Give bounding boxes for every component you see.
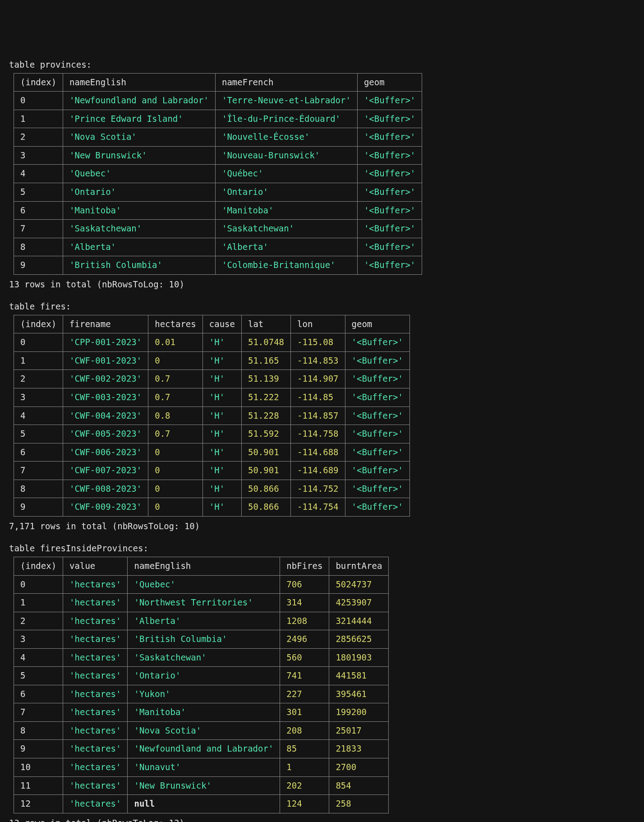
table-cell: -114.853	[291, 351, 345, 370]
cell-value: 'hectares'	[69, 670, 121, 680]
table-section: table firesInsideProvinces:(index)valuen…	[9, 542, 635, 822]
cell-value: 'Newfoundland and Labrador'	[69, 95, 209, 105]
cell-value: '<Buffer>'	[364, 95, 415, 105]
table-cell: 'H'	[202, 498, 241, 517]
table-cell: '<Buffer>'	[357, 238, 422, 256]
table-header-cell: lat	[241, 315, 290, 333]
cell-value: -114.688	[297, 447, 339, 457]
table-cell: -114.758	[291, 425, 345, 443]
table-cell: 10	[14, 758, 63, 776]
table-header-cell: cause	[202, 315, 241, 333]
cell-value: 'hectares'	[69, 780, 121, 790]
table-cell: 9	[14, 740, 63, 758]
table-cell: 'British Columbia'	[128, 630, 280, 649]
table-cell: 'hectares'	[63, 758, 128, 776]
table-cell: 'hectares'	[63, 667, 128, 685]
cell-value: 0	[20, 579, 25, 589]
cell-value: 'CWF-004-2023'	[69, 411, 142, 420]
table-cell: 'hectares'	[63, 740, 128, 758]
table-cell: '<Buffer>'	[357, 128, 422, 147]
cell-value: 5	[20, 670, 25, 680]
cell-value: '<Buffer>'	[364, 132, 415, 142]
table-cell: '<Buffer>'	[357, 256, 422, 275]
table-header-cell: nbFires	[280, 557, 329, 575]
table-cell: 'H'	[202, 443, 241, 462]
cell-value: 8	[20, 484, 25, 494]
cell-value: 9	[20, 502, 25, 512]
cell-value: '<Buffer>'	[352, 429, 403, 439]
cell-value: 'H'	[209, 447, 225, 457]
table-row: 3'hectares''British Columbia'24962856625	[14, 630, 389, 649]
cell-value: 'hectares'	[69, 725, 121, 735]
cell-value: 50.866	[248, 484, 279, 494]
cell-value: 50.901	[248, 447, 279, 457]
table-cell: 'CWF-004-2023'	[63, 406, 148, 425]
table-cell: 'H'	[202, 406, 241, 425]
cell-value: 2	[20, 374, 25, 383]
table-cell: '<Buffer>'	[345, 370, 409, 388]
cell-value: 5024737	[336, 579, 372, 589]
cell-value: 395461	[336, 689, 367, 699]
table-cell: 'hectares'	[63, 648, 128, 667]
table-cell: '<Buffer>'	[345, 498, 409, 517]
table-cell: 0	[14, 575, 63, 594]
table-cell: 'Prince Edward Island'	[63, 110, 216, 128]
cell-value: 706	[286, 579, 302, 589]
cell-value: 0	[155, 465, 160, 475]
table-row: 4'CWF-004-2023'0.8'H'51.228-114.857'<Buf…	[14, 406, 410, 425]
table-row: 11'hectares''New Brunswick'202854	[14, 776, 389, 795]
cell-value: 'Saskatchewan'	[69, 223, 142, 233]
table-cell: 706	[280, 575, 329, 594]
table-cell: 'H'	[202, 425, 241, 443]
table-cell: 'Alberta'	[63, 238, 216, 256]
table-cell: -114.857	[291, 406, 345, 425]
table-title: table provinces:	[9, 59, 635, 71]
cell-value: 'H'	[209, 392, 225, 402]
table-row: 0'hectares''Quebec'7065024737	[14, 575, 389, 594]
table-cell: 'CWF-007-2023'	[63, 462, 148, 480]
table-cell: 'Nouvelle-Écosse'	[215, 128, 357, 147]
table-cell: 'hectares'	[63, 575, 128, 594]
cell-value: 'CWF-009-2023'	[69, 502, 142, 512]
table-cell: 202	[280, 776, 329, 795]
cell-value: 208	[286, 725, 302, 735]
table-row: 7'CWF-007-2023'0'H'50.901-114.689'<Buffe…	[14, 462, 410, 480]
table-cell: 4253907	[329, 594, 389, 612]
table-cell: -114.689	[291, 462, 345, 480]
cell-value: 'hectares'	[69, 689, 121, 699]
table-row: 8'hectares''Nova Scotia'20825017	[14, 721, 389, 740]
cell-value: '<Buffer>'	[352, 502, 403, 512]
table-cell: '<Buffer>'	[357, 110, 422, 128]
table-cell: 5	[14, 667, 63, 685]
cell-value: 21833	[336, 743, 361, 753]
table-cell: 'Quebec'	[128, 575, 280, 594]
table-cell: 0.01	[148, 333, 203, 352]
cell-value: 8	[20, 725, 25, 735]
table-row: 6'Manitoba''Manitoba''<Buffer>'	[14, 201, 422, 220]
cell-value: 'H'	[209, 465, 225, 475]
table-cell: 560	[280, 648, 329, 667]
cell-value: 'Saskatchewan'	[134, 652, 206, 662]
cell-value: -115.08	[297, 337, 333, 347]
cell-value: '<Buffer>'	[364, 114, 415, 124]
table-cell: 'Île-du-Prince-Édouard'	[215, 110, 357, 128]
table-cell: 'hectares'	[63, 721, 128, 740]
cell-value: 'H'	[209, 337, 225, 347]
table-cell: 'Newfoundland and Labrador'	[128, 740, 280, 758]
table-cell: 2	[14, 128, 63, 147]
cell-value: -114.907	[297, 374, 339, 383]
table-cell: 0	[148, 498, 203, 517]
tables-container: table provinces:(index)nameEnglishnameFr…	[9, 59, 635, 822]
cell-value: 'Prince Edward Island'	[69, 114, 183, 124]
table-header-cell: (index)	[14, 73, 63, 92]
table-row: 2'hectares''Alberta'12083214444	[14, 612, 389, 630]
cell-value: 4	[20, 652, 25, 662]
table-cell: 'British Columbia'	[63, 256, 216, 275]
cell-value: 'H'	[209, 374, 225, 383]
table-section: table provinces:(index)nameEnglishnameFr…	[9, 59, 635, 291]
cell-value: 'CPP-001-2023'	[69, 337, 142, 347]
cell-value: 5	[20, 187, 25, 197]
cell-value: 'hectares'	[69, 634, 121, 644]
table-cell: 'hectares'	[63, 776, 128, 795]
cell-value: '<Buffer>'	[364, 187, 415, 197]
